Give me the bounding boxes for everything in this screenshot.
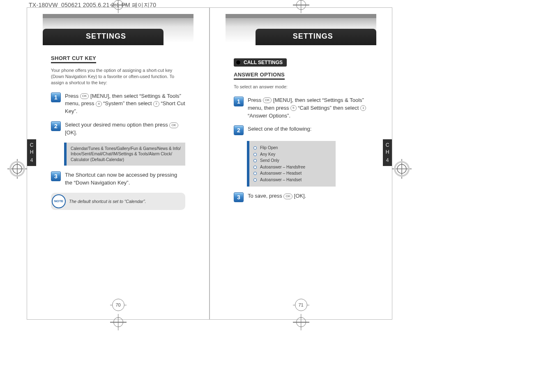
step-1: 1 Press OK [MENU], then select “Settings… bbox=[51, 92, 185, 116]
chapter-tab: CH 4 bbox=[27, 139, 36, 166]
section-pill: CALL SETTINGS bbox=[234, 58, 287, 67]
step-text: Press OK [MENU], then select “Settings &… bbox=[248, 97, 368, 120]
step-number-badge: 3 bbox=[234, 192, 244, 202]
list-item: Flip Open bbox=[253, 145, 332, 151]
step-text: The Shortcut can now be accessed by pres… bbox=[65, 171, 185, 187]
registration-mark-icon bbox=[7, 159, 27, 179]
bullet-icon bbox=[253, 166, 257, 169]
step-text: To save, press OK [OK]. bbox=[248, 192, 368, 202]
step-number-badge: 1 bbox=[234, 97, 244, 106]
list-item: Autoanswer – Headset bbox=[253, 171, 332, 176]
list-item: Any Key bbox=[253, 152, 332, 157]
registration-mark-icon bbox=[296, 0, 306, 10]
chapter-tab: CH 4 bbox=[383, 139, 392, 166]
page-right: SETTINGS CH 4 CALL SETTINGS ANSWER OPTIO… bbox=[210, 7, 392, 320]
ok-key-icon: OK bbox=[263, 97, 272, 103]
bullet-icon bbox=[253, 153, 257, 156]
step-3: 3 To save, press OK [OK]. bbox=[234, 192, 368, 202]
ok-key-icon: OK bbox=[80, 93, 89, 99]
bullet-icon bbox=[253, 178, 257, 182]
page-header-band: SETTINGS bbox=[43, 14, 193, 51]
page-title: SETTINGS bbox=[86, 32, 126, 41]
bullet-icon bbox=[253, 172, 257, 175]
section-heading: SHORT CUT KEY bbox=[51, 55, 96, 63]
ok-key-icon: OK bbox=[169, 122, 178, 128]
step-text: Press OK [MENU], then select “Settings &… bbox=[65, 92, 185, 116]
step-2: 2 Select one of the following: bbox=[234, 125, 368, 135]
section-intro: Your phone offers you the option of assi… bbox=[51, 67, 185, 86]
step-number-badge: 1 bbox=[51, 92, 61, 102]
note-row: NOTE The default shortcut is set to “Cal… bbox=[51, 193, 185, 210]
ok-key-icon: OK bbox=[283, 194, 292, 199]
page-spread: SETTINGS CH 4 SHORT CUT KEY Your phone o… bbox=[27, 7, 392, 320]
options-callout-box: Flip Open Any Key Send Only Autoanswer –… bbox=[247, 141, 336, 187]
section-intro: To select an answer mode: bbox=[234, 84, 368, 90]
step-1: 1 Press OK [MENU], then select “Settings… bbox=[234, 97, 368, 120]
list-item: Autoanswer – Handsfree bbox=[253, 164, 332, 170]
page-number: 71 bbox=[295, 299, 307, 311]
registration-mark-icon bbox=[296, 317, 306, 327]
registration-mark-icon bbox=[113, 0, 123, 10]
bullet-icon bbox=[235, 60, 241, 65]
section-heading: ANSWER OPTIONS bbox=[234, 71, 285, 80]
key-1-icon: 1 bbox=[360, 105, 366, 111]
key-7-icon: 7 bbox=[153, 101, 159, 107]
page-header-band: SETTINGS bbox=[226, 14, 376, 51]
registration-mark-icon bbox=[392, 159, 412, 179]
step-2: 2 Select your desired menu option then p… bbox=[51, 121, 185, 137]
note-text: The default shortcut is set to “Calendar… bbox=[69, 199, 146, 204]
registration-mark-icon bbox=[113, 317, 123, 327]
page-content: CALL SETTINGS ANSWER OPTIONS To select a… bbox=[210, 51, 392, 224]
key-4-icon: 4 bbox=[96, 101, 101, 107]
list-item: Send Only bbox=[253, 158, 332, 164]
note-icon: NOTE bbox=[52, 194, 66, 208]
options-callout-box: Calendar/Tunes & Tones/Gallery/Fun & Gam… bbox=[64, 143, 185, 166]
bullet-icon bbox=[253, 146, 257, 150]
bullet-icon bbox=[253, 159, 257, 162]
step-number-badge: 2 bbox=[234, 125, 244, 135]
step-number-badge: 3 bbox=[51, 171, 61, 181]
list-item: Autoanswer – Handset bbox=[253, 177, 332, 183]
key-5-icon: 5 bbox=[290, 105, 296, 111]
step-number-badge: 2 bbox=[51, 121, 61, 131]
page-left: SETTINGS CH 4 SHORT CUT KEY Your phone o… bbox=[27, 7, 210, 320]
step-text: Select your desired menu option then pre… bbox=[65, 121, 185, 137]
step-text: Select one of the following: bbox=[248, 125, 368, 135]
page-title: SETTINGS bbox=[293, 32, 333, 41]
page-content: SHORT CUT KEY Your phone offers you the … bbox=[27, 51, 209, 226]
page-number: 70 bbox=[112, 299, 124, 311]
step-3: 3 The Shortcut can now be accessed by pr… bbox=[51, 171, 185, 187]
